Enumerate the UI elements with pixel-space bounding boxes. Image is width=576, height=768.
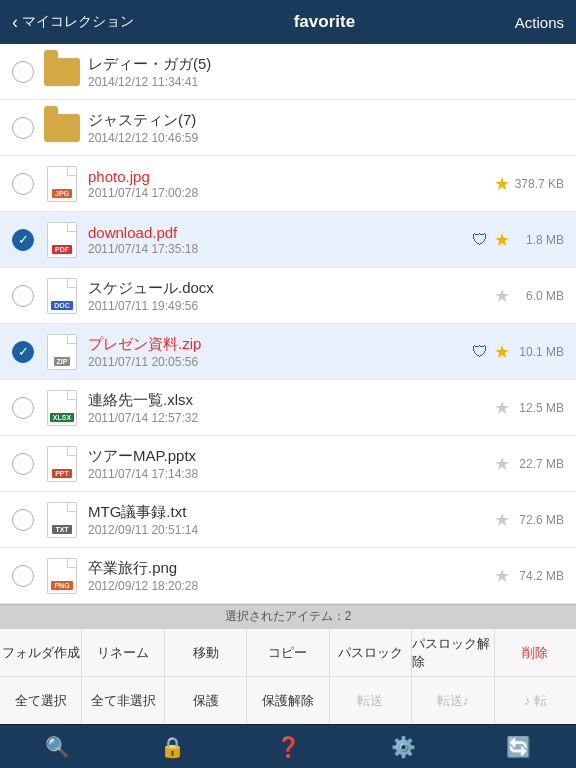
file-date: 2012/09/11 20:51:14	[88, 523, 494, 537]
checkbox[interactable]	[12, 117, 34, 139]
toolbar-btn[interactable]: パスロック解除	[412, 629, 494, 676]
star-filled-icon[interactable]: ★	[494, 341, 510, 363]
toolbar-row-2: 全て選択全て非選択保護保護解除転送転送♪♪ 転	[0, 677, 576, 725]
checkbox[interactable]	[12, 509, 34, 531]
file-name: プレゼン資料.zip	[88, 335, 472, 354]
file-list: レディー・ガガ(5)2014/12/12 11:34:41ジャスティン(7)20…	[0, 44, 576, 604]
list-item[interactable]: ジャスティン(7)2014/12/12 10:46:59	[0, 100, 576, 156]
toolbar-btn[interactable]: 全て選択	[0, 677, 82, 724]
file-icon: JPG	[44, 164, 80, 204]
star-empty-icon[interactable]: ★	[494, 565, 510, 587]
toolbar-btn[interactable]: リネーム	[82, 629, 164, 676]
toolbar-btn[interactable]: コピー	[247, 629, 329, 676]
checkbox[interactable]	[12, 61, 34, 83]
list-item[interactable]: PPTツアーMAP.pptx2011/07/14 17:14:38★22.7 M…	[0, 436, 576, 492]
file-info: MTG議事録.txt2012/09/11 20:51:14	[88, 503, 494, 537]
checkbox[interactable]	[12, 341, 34, 363]
file-meta: ★6.0 MB	[494, 285, 564, 307]
file-date: 2011/07/14 12:57:32	[88, 411, 494, 425]
list-item[interactable]: DOCスケジュール.docx2011/07/11 19:49:56★6.0 MB	[0, 268, 576, 324]
file-icon: TXT	[44, 500, 80, 540]
file-name: ジャスティン(7)	[88, 111, 564, 130]
tab-sync[interactable]: 🔄	[461, 725, 576, 768]
checkbox[interactable]	[12, 565, 34, 587]
file-icon: ZIP	[44, 332, 80, 372]
toolbar-btn[interactable]: 保護	[165, 677, 247, 724]
file-size: 1.8 MB	[514, 233, 564, 247]
toolbar-btn[interactable]: 全て非選択	[82, 677, 164, 724]
file-size: 12.5 MB	[514, 401, 564, 415]
toolbar-btn[interactable]: フォルダ作成	[0, 629, 82, 676]
file-name: レディー・ガガ(5)	[88, 55, 564, 74]
file-info: プレゼン資料.zip2011/07/11 20:05:56	[88, 335, 472, 369]
file-meta: ★12.5 MB	[494, 397, 564, 419]
file-size: 22.7 MB	[514, 457, 564, 471]
lock-icon: 🔒	[160, 735, 185, 759]
header: ‹ マイコレクション favorite Actions	[0, 0, 576, 44]
file-name: ツアーMAP.pptx	[88, 447, 494, 466]
file-icon	[44, 52, 80, 92]
toolbar-btn[interactable]: パスロック	[330, 629, 412, 676]
checkbox[interactable]	[12, 229, 34, 251]
file-date: 2011/07/11 20:05:56	[88, 355, 472, 369]
list-item[interactable]: TXTMTG議事録.txt2012/09/11 20:51:14★72.6 MB	[0, 492, 576, 548]
file-size: 378.7 KB	[514, 177, 564, 191]
star-empty-icon[interactable]: ★	[494, 397, 510, 419]
tab-lock[interactable]: 🔒	[115, 725, 230, 768]
file-meta: 🛡★10.1 MB	[472, 341, 564, 363]
shield-icon: 🛡	[472, 343, 490, 361]
back-button[interactable]: ‹ マイコレクション	[12, 13, 134, 31]
toolbar-btn: ♪ 転	[495, 677, 576, 724]
star-empty-icon[interactable]: ★	[494, 453, 510, 475]
file-date: 2014/12/12 10:46:59	[88, 131, 564, 145]
checkbox[interactable]	[12, 173, 34, 195]
star-empty-icon[interactable]: ★	[494, 509, 510, 531]
toolbar-row-1: フォルダ作成リネーム移動コピーパスロックパスロック解除削除	[0, 629, 576, 677]
file-info: 卒業旅行.png2012/09/12 18:20:28	[88, 559, 494, 593]
list-item[interactable]: ZIPプレゼン資料.zip2011/07/11 20:05:56🛡★10.1 M…	[0, 324, 576, 380]
star-filled-icon[interactable]: ★	[494, 173, 510, 195]
file-info: ツアーMAP.pptx2011/07/14 17:14:38	[88, 447, 494, 481]
toolbar-btn: 転送♪	[412, 677, 494, 724]
checkbox[interactable]	[12, 453, 34, 475]
file-size: 74.2 MB	[514, 569, 564, 583]
star-empty-icon[interactable]: ★	[494, 285, 510, 307]
toolbar-btn: 転送	[330, 677, 412, 724]
list-item[interactable]: PDFdownload.pdf2011/07/14 17:35:18🛡★1.8 …	[0, 212, 576, 268]
file-name: 連絡先一覧.xlsx	[88, 391, 494, 410]
file-meta: ★22.7 MB	[494, 453, 564, 475]
tab-settings[interactable]: ⚙️	[346, 725, 461, 768]
file-date: 2011/07/14 17:14:38	[88, 467, 494, 481]
file-name: MTG議事録.txt	[88, 503, 494, 522]
checkbox[interactable]	[12, 397, 34, 419]
list-item[interactable]: XLSX連絡先一覧.xlsx2011/07/14 12:57:32★12.5 M…	[0, 380, 576, 436]
file-meta: 🛡★1.8 MB	[472, 229, 564, 251]
actions-button[interactable]: Actions	[515, 14, 564, 31]
file-size: 72.6 MB	[514, 513, 564, 527]
file-size: 6.0 MB	[514, 289, 564, 303]
back-chevron-icon: ‹	[12, 13, 18, 31]
list-item[interactable]: レディー・ガガ(5)2014/12/12 11:34:41	[0, 44, 576, 100]
list-item[interactable]: PNG卒業旅行.png2012/09/12 18:20:28★74.2 MB	[0, 548, 576, 604]
list-item[interactable]: JPGphoto.jpg2011/07/14 17:00:28★378.7 KB	[0, 156, 576, 212]
file-meta: ★72.6 MB	[494, 509, 564, 531]
file-icon: PPT	[44, 444, 80, 484]
file-date: 2011/07/11 19:49:56	[88, 299, 494, 313]
file-info: レディー・ガガ(5)2014/12/12 11:34:41	[88, 55, 564, 89]
tab-help[interactable]: ❓	[230, 725, 345, 768]
tab-search[interactable]: 🔍	[0, 725, 115, 768]
file-name: download.pdf	[88, 224, 472, 241]
file-name: photo.jpg	[88, 168, 494, 185]
toolbar-btn[interactable]: 削除	[495, 629, 576, 676]
checkbox[interactable]	[12, 285, 34, 307]
file-info: photo.jpg2011/07/14 17:00:28	[88, 168, 494, 200]
toolbar-btn[interactable]: 保護解除	[247, 677, 329, 724]
file-icon: PDF	[44, 220, 80, 260]
toolbar-btn[interactable]: 移動	[165, 629, 247, 676]
star-filled-icon[interactable]: ★	[494, 229, 510, 251]
file-date: 2014/12/12 11:34:41	[88, 75, 564, 89]
selected-status: 選択されたアイテム：2	[0, 604, 576, 628]
file-date: 2011/07/14 17:00:28	[88, 186, 494, 200]
search-icon: 🔍	[45, 735, 70, 759]
file-meta: ★378.7 KB	[494, 173, 564, 195]
